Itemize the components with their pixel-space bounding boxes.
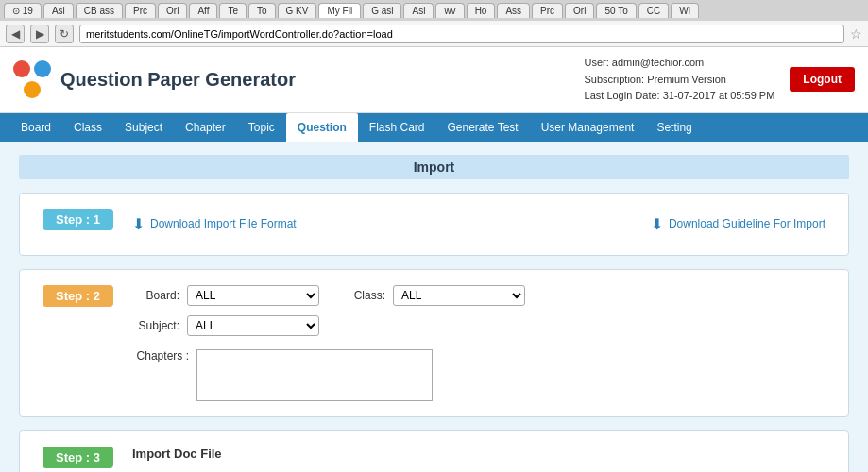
subject-label: Subject:	[132, 319, 179, 332]
download-guideline-text: Download Guideline For Import	[669, 217, 825, 230]
nav-question[interactable]: Question	[286, 113, 358, 142]
user-info: User: admin@techior.com Subscription: Pr…	[585, 55, 775, 105]
nav-class[interactable]: Class	[62, 113, 113, 142]
tab-13[interactable]: wv	[435, 3, 464, 18]
refresh-button[interactable]: ↻	[55, 25, 74, 43]
nav-generate-test[interactable]: Generate Test	[436, 113, 530, 142]
page-content: Import Step : 1 ⬇ Download Import File F…	[0, 142, 868, 472]
chapters-textarea[interactable]	[196, 349, 433, 401]
class-label: Class:	[338, 289, 385, 302]
step1-box: Step : 1 ⬇ Download Import File Format ⬇…	[19, 193, 849, 256]
step3-label: Step : 3	[43, 447, 113, 468]
tab-9[interactable]: G KV	[278, 3, 317, 18]
import-doc-label: Import Doc File	[132, 447, 397, 461]
page-title: Import	[19, 155, 849, 179]
address-bar[interactable]	[79, 25, 844, 43]
board-class-row: Board: ALL Class: ALL	[132, 285, 825, 306]
app-title: Question Paper Generator	[60, 69, 296, 91]
user-email: User: admin@techior.com	[585, 55, 775, 72]
nav-topic[interactable]: Topic	[237, 113, 286, 142]
tab-19[interactable]: CC	[638, 3, 669, 18]
step2-label: Step : 2	[43, 285, 113, 307]
board-select[interactable]: ALL	[187, 285, 319, 306]
user-subscription: Subscription: Premium Version	[585, 72, 775, 89]
forward-button[interactable]: ▶	[30, 25, 49, 43]
tab-6[interactable]: Aff	[189, 3, 217, 18]
chapters-label: Chapters :	[132, 349, 189, 362]
tab-1[interactable]: ⊙ 19	[4, 3, 42, 18]
download-format-icon: ⬇	[132, 215, 145, 233]
nav-chapter[interactable]: Chapter	[174, 113, 237, 142]
tab-20[interactable]: Wi	[671, 3, 699, 18]
nav-board[interactable]: Board	[9, 113, 62, 142]
tab-16[interactable]: Prc	[532, 3, 563, 18]
tab-17[interactable]: Ori	[565, 3, 594, 18]
step3-box: Step : 3 Import Doc File Choose File Imp…	[19, 430, 849, 472]
tab-active[interactable]: My Fli	[318, 3, 361, 18]
download-guideline-icon: ⬇	[651, 215, 663, 233]
logo-icon	[13, 60, 51, 98]
nav-setting[interactable]: Setting	[645, 113, 703, 142]
download-guideline-link[interactable]: ⬇ Download Guideline For Import	[651, 215, 825, 233]
nav-user-management[interactable]: User Management	[530, 113, 646, 142]
tab-8[interactable]: To	[248, 3, 276, 18]
tab-3[interactable]: CB ass	[76, 3, 123, 18]
class-group: Class: ALL	[338, 285, 525, 306]
bookmark-icon[interactable]: ☆	[850, 26, 862, 42]
tab-11[interactable]: G asi	[363, 3, 401, 18]
back-button[interactable]: ◀	[6, 25, 25, 43]
tab-18[interactable]: 50 To	[596, 3, 636, 18]
logo-area: Question Paper Generator	[13, 60, 296, 98]
logout-button[interactable]: Logout	[790, 67, 855, 92]
step3-content: Import Doc File Choose File Import	[132, 447, 397, 472]
browser-tabs: ⊙ 19 Asi CB ass Prc Ori Aff Te To G KV M…	[0, 0, 868, 21]
board-group: Board: ALL	[132, 285, 319, 306]
tab-2[interactable]: Asi	[43, 3, 74, 18]
tab-12[interactable]: Asi	[403, 3, 434, 18]
user-last-login: Last Login Date: 31-07-2017 at 05:59 PM	[585, 88, 775, 105]
subject-select[interactable]: ALL	[187, 315, 319, 336]
chapters-area: Chapters :	[132, 349, 825, 401]
tab-7[interactable]: Te	[219, 3, 247, 18]
main-nav: Board Class Subject Chapter Topic Questi…	[0, 113, 868, 142]
download-format-text: Download Import File Format	[150, 217, 297, 230]
tab-4[interactable]: Prc	[125, 3, 156, 18]
app-header: Question Paper Generator User: admin@tec…	[0, 47, 868, 113]
subject-group: Subject: ALL	[132, 315, 319, 336]
tab-15[interactable]: Ass	[497, 3, 530, 18]
nav-subject[interactable]: Subject	[113, 113, 174, 142]
browser-toolbar: ◀ ▶ ↻ ☆	[0, 21, 868, 47]
subject-row: Subject: ALL	[132, 315, 825, 336]
step2-box: Step : 2 Board: ALL Class: ALL	[19, 269, 849, 417]
class-select[interactable]: ALL	[393, 285, 525, 306]
tab-14[interactable]: Ho	[467, 3, 496, 18]
nav-flashcard[interactable]: Flash Card	[358, 113, 436, 142]
download-format-link[interactable]: ⬇ Download Import File Format	[132, 215, 297, 233]
tab-5[interactable]: Ori	[158, 3, 187, 18]
board-label: Board:	[132, 289, 179, 302]
step1-label: Step : 1	[43, 209, 113, 230]
